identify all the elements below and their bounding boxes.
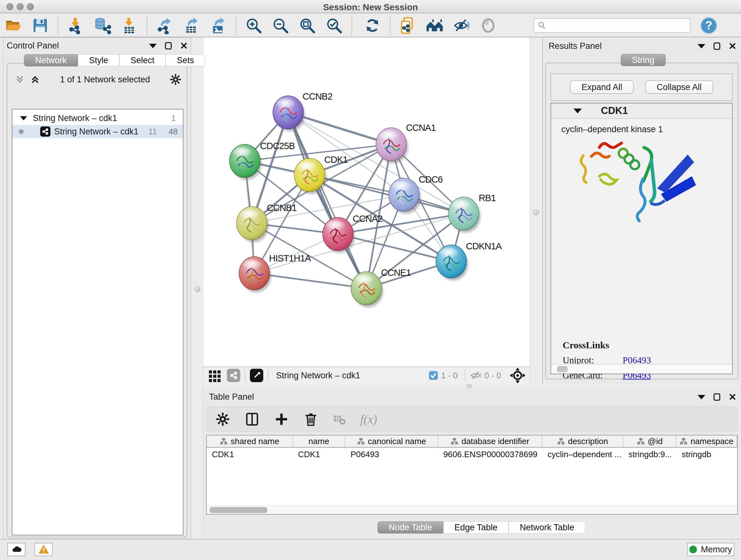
fit-content-crosshair-icon[interactable]	[509, 367, 526, 384]
cell-database-identifier[interactable]: 9606.ENSP00000378699	[438, 449, 542, 459]
network-node-CDKN1A[interactable]: CDKN1A	[436, 241, 502, 281]
panel-float-icon[interactable]	[165, 42, 172, 50]
network-node-CCNB2[interactable]: CCNB2	[273, 91, 332, 132]
network-node-CDK1[interactable]: CDK1	[294, 154, 347, 194]
network-tree: String Network – cdk1 1 String Network –…	[12, 109, 184, 536]
right-splitter-handle[interactable]	[533, 209, 539, 215]
import-network-from-database-button[interactable]	[93, 16, 112, 35]
column-header-canonical-name[interactable]: canonical name	[345, 435, 438, 447]
show-columns-icon[interactable]	[245, 412, 259, 427]
network-node-HIST1H1A[interactable]: HIST1H1A	[239, 253, 311, 293]
column-header-database-identifier[interactable]: database identifier	[438, 435, 542, 447]
open-session-button[interactable]	[4, 16, 23, 35]
tab-node-table[interactable]: Node Table	[378, 521, 443, 534]
table-horizontal-scrollbar[interactable]	[207, 505, 737, 514]
cell-namespace[interactable]: stringdb	[677, 449, 737, 459]
memory-button[interactable]: Memory	[687, 543, 734, 556]
table-gear-icon[interactable]	[215, 412, 230, 427]
network-node-CCNB1[interactable]: CCNB1	[237, 203, 296, 242]
hide-panel-button[interactable]	[452, 16, 471, 35]
network-node-CDC6[interactable]: CDC6	[389, 174, 443, 214]
cell-canonical-name[interactable]: P06493	[345, 449, 438, 459]
import-network-button[interactable]	[66, 16, 85, 35]
warning-icon	[38, 544, 50, 555]
column-header-@id[interactable]: @id	[623, 435, 677, 447]
network-collection-row[interactable]: String Network – cdk1 1	[12, 111, 183, 125]
tab-sets[interactable]: Sets	[165, 54, 205, 66]
panel-menu-icon[interactable]	[697, 395, 705, 399]
panel-close-icon[interactable]: ✕	[729, 43, 737, 50]
table-row[interactable]: CDK1CDK1P064939606.ENSP00000378699cyclin…	[207, 448, 737, 461]
column-header-description[interactable]: description	[542, 435, 623, 447]
cell-shared-name[interactable]: CDK1	[207, 449, 293, 459]
scrollbar-thumb[interactable]	[557, 366, 568, 372]
cloud-button[interactable]	[7, 543, 25, 556]
export-image-button[interactable]	[209, 16, 227, 35]
column-header-shared-name[interactable]: shared name	[207, 435, 293, 447]
table-type-tabs: Node TableEdge TableNetwork Table	[378, 521, 585, 534]
panel-menu-icon[interactable]	[149, 44, 157, 48]
tab-style[interactable]: Style	[78, 54, 119, 66]
collection-expand-icon[interactable]	[20, 116, 27, 120]
birds-eye-view-icon[interactable]	[250, 369, 263, 382]
string-network-graph[interactable]: CCNB2CCNA1CDC25BCDK1CDC6RB1CCNB1CCNA2CDK…	[203, 37, 530, 367]
cell-description[interactable]: cyclin–dependent ...	[542, 449, 623, 459]
warnings-button[interactable]	[35, 543, 53, 556]
panel-menu-icon[interactable]	[697, 44, 705, 49]
add-column-icon[interactable]	[274, 412, 289, 427]
save-session-button[interactable]	[31, 16, 50, 35]
tab-select[interactable]: Select	[119, 54, 165, 66]
network-node-CCNA1[interactable]: CCNA1	[376, 123, 435, 164]
tab-edge-table[interactable]: Edge Table	[443, 521, 509, 534]
inactive-eye-button[interactable]	[479, 16, 497, 35]
collapse-all-icon[interactable]	[14, 74, 25, 85]
panel-float-icon[interactable]	[714, 43, 720, 50]
panel-close-icon[interactable]: ✕	[180, 42, 188, 50]
column-header-name[interactable]: name	[293, 435, 346, 447]
results-horizontal-scrollbar[interactable]	[551, 364, 732, 374]
grid-view-icon[interactable]	[208, 368, 222, 382]
expand-all-button[interactable]: Expand All	[570, 80, 634, 94]
export-network-button[interactable]	[155, 16, 174, 35]
results-panel-title: Results Panel	[549, 41, 602, 51]
tab-network[interactable]: Network	[24, 54, 78, 66]
scrollbar-thumb[interactable]	[209, 507, 267, 513]
panel-float-icon[interactable]	[714, 393, 720, 401]
import-table-button[interactable]	[120, 16, 138, 35]
tab-string[interactable]: String	[621, 54, 666, 66]
network-share-icon[interactable]	[227, 369, 240, 382]
gear-icon[interactable]	[170, 73, 182, 85]
cell-@id[interactable]: stringdb:9...	[623, 449, 677, 459]
panel-close-icon[interactable]: ✕	[729, 393, 737, 401]
network-node-CCNE1[interactable]: CCNE1	[351, 267, 411, 307]
horizontal-splitter-handle[interactable]	[467, 384, 472, 388]
help-button[interactable]: ?	[699, 16, 718, 35]
show-all-networks-button[interactable]	[425, 16, 444, 35]
network-canvas[interactable]: CCNB2CCNA1CDC25BCDK1CDC6RB1CCNB1CCNA2CDK…	[203, 37, 530, 367]
zoom-selected-button[interactable]	[325, 16, 343, 35]
expand-all-icon[interactable]	[30, 74, 41, 85]
node-table: shared namenamecanonical namedatabase id…	[206, 435, 738, 515]
zoom-out-button[interactable]	[271, 16, 290, 35]
search-input[interactable]	[546, 19, 687, 32]
network-node-RB1[interactable]: RB1	[448, 193, 495, 233]
delete-column-icon[interactable]	[304, 412, 318, 427]
zoom-fit-button[interactable]	[298, 16, 317, 35]
cell-name[interactable]: CDK1	[293, 449, 346, 459]
left-splitter-handle[interactable]	[194, 286, 200, 292]
selected-checkbox-icon[interactable]	[428, 370, 439, 381]
refresh-button[interactable]	[363, 16, 382, 35]
section-expand-icon[interactable]	[574, 109, 582, 113]
column-header-namespace[interactable]: namespace	[677, 435, 737, 447]
function-builder-icon[interactable]: f(x)	[360, 412, 377, 426]
delete-table-icon[interactable]	[333, 413, 346, 426]
tab-network-table[interactable]: Network Table	[509, 521, 586, 534]
network-row-selected[interactable]: String Network – cdk1 11 48	[12, 125, 183, 138]
collapse-all-button[interactable]: Collapse All	[645, 80, 713, 94]
horizontal-splitter[interactable]	[203, 384, 741, 388]
global-search-field[interactable]	[534, 18, 690, 33]
export-table-button[interactable]	[182, 16, 201, 35]
clone-network-button[interactable]	[399, 16, 417, 35]
zoom-in-button[interactable]	[245, 16, 263, 35]
gene-section-header[interactable]: CDK1	[551, 104, 732, 119]
